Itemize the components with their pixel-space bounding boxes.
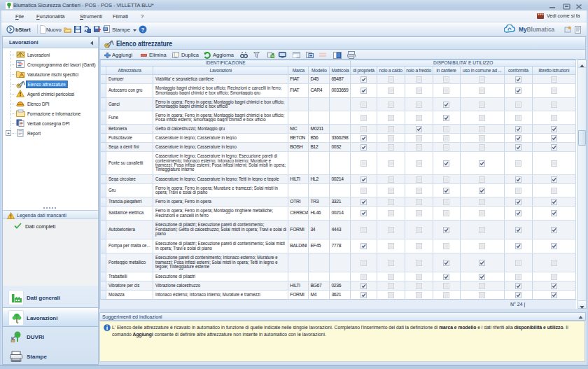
svg-text:W: W bbox=[104, 27, 108, 31]
svg-text:?: ? bbox=[141, 27, 145, 33]
